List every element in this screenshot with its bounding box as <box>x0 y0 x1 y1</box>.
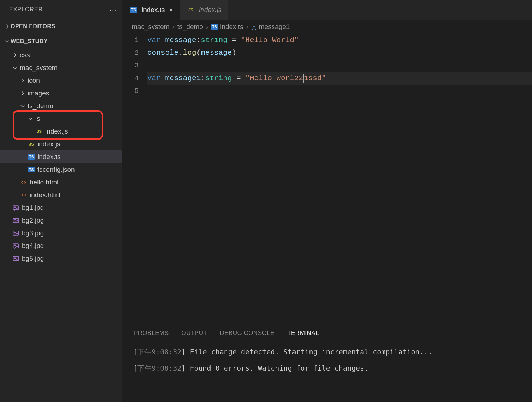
file-bg5.jpg[interactable]: bg5.jpg <box>0 252 122 265</box>
breadcrumb-label: index.ts <box>220 23 243 31</box>
chevron-right-icon <box>19 78 26 83</box>
folder-js[interactable]: js <box>0 112 122 125</box>
line-number: 3 <box>123 59 139 72</box>
tab-index.js[interactable]: JSindex.js <box>180 0 228 20</box>
file-tree: cssmac_systemiconimagests_demojsJSindex.… <box>0 49 122 402</box>
breadcrumb-message1[interactable]: [◇]message1 <box>251 23 290 31</box>
folder-mac_system[interactable]: mac_system <box>0 61 122 74</box>
terminal-output[interactable]: [下午9:08:32] File change detected. Starti… <box>123 344 532 402</box>
tree-item-label: ts_demo <box>28 102 53 110</box>
img-icon <box>11 204 20 211</box>
line-number: 2 <box>123 47 139 59</box>
code-line[interactable]: var message:string = "Hello World" <box>147 34 532 47</box>
open-editors-section[interactable]: OPEN EDITORS <box>0 19 122 34</box>
svg-point-1 <box>14 207 16 208</box>
terminal-message: File change detected. Starting increment… <box>190 348 432 356</box>
img-icon <box>11 217 20 224</box>
breadcrumb-index.ts[interactable]: TSindex.ts <box>211 23 243 31</box>
file-bg1.jpg[interactable]: bg1.jpg <box>0 201 122 214</box>
code-line[interactable]: var message1:string = "Hello Worl221ssd" <box>147 72 532 85</box>
file-hello.html[interactable]: hello.html <box>0 176 122 189</box>
tab-label: index.js <box>199 6 221 14</box>
js-icon: JS <box>27 141 36 147</box>
breadcrumb-mac_system[interactable]: mac_system <box>132 23 170 31</box>
explorer-header: EXPLORER ··· <box>0 0 122 19</box>
terminal-time: 下午9:08:32 <box>137 364 181 372</box>
terminal-time: 下午9:08:32 <box>137 348 181 356</box>
tree-item-label: bg4.jpg <box>22 242 44 250</box>
file-index.js[interactable]: JSindex.js <box>0 125 122 138</box>
chevron-right-icon: › <box>246 23 248 31</box>
ts-icon: TS <box>129 7 138 13</box>
explorer-title: EXPLORER <box>9 6 43 13</box>
folder-ts_demo[interactable]: ts_demo <box>0 100 122 112</box>
folder-icon[interactable]: icon <box>0 74 122 87</box>
folder-css[interactable]: css <box>0 49 122 61</box>
file-index.html[interactable]: index.html <box>0 189 122 201</box>
tree-item-label: bg3.jpg <box>22 229 44 237</box>
chevron-right-icon: › <box>172 23 175 31</box>
chevron-down-icon <box>11 65 18 71</box>
tree-item-label: index.js <box>37 140 60 148</box>
line-number: 1 <box>123 34 139 47</box>
line-number: 4 <box>123 72 139 85</box>
tab-index.ts[interactable]: TSindex.ts× <box>123 0 180 20</box>
line-number: 5 <box>123 85 139 97</box>
file-index.ts[interactable]: TSindex.ts <box>0 150 122 163</box>
chevron-down-icon <box>27 116 34 122</box>
panel-tab-terminal[interactable]: TERMINAL <box>287 330 319 338</box>
explorer-sidebar: EXPLORER ··· OPEN EDITORS WEB_STUDY cssm… <box>0 0 123 402</box>
svg-point-7 <box>14 245 16 246</box>
file-index.js[interactable]: JSindex.js <box>0 138 122 150</box>
file-bg4.jpg[interactable]: bg4.jpg <box>0 240 122 252</box>
panel-tabs: PROBLEMSOUTPUTDEBUG CONSOLETERMINAL <box>123 324 532 344</box>
js-icon: JS <box>186 7 195 13</box>
editor-area: TSindex.ts×JSindex.js mac_system›ts_demo… <box>123 0 532 402</box>
tree-item-label: index.js <box>45 128 68 135</box>
panel-tab-debug-console[interactable]: DEBUG CONSOLE <box>220 330 274 338</box>
tree-item-label: index.html <box>30 191 60 199</box>
chevron-right-icon <box>4 24 11 29</box>
code-content[interactable]: var message:string = "Hello World"consol… <box>147 34 532 324</box>
tree-item-label: js <box>35 115 40 123</box>
tsconf-icon: TS <box>27 167 36 172</box>
svg-point-5 <box>14 232 16 233</box>
panel-tab-problems[interactable]: PROBLEMS <box>134 330 169 338</box>
chevron-down-icon <box>4 39 11 44</box>
breadcrumb-label: message1 <box>259 23 290 31</box>
svg-point-3 <box>14 219 16 220</box>
more-icon[interactable]: ··· <box>109 6 117 14</box>
workspace-section[interactable]: WEB_STUDY <box>0 34 122 49</box>
code-icon <box>19 191 28 199</box>
tree-item-label: bg1.jpg <box>22 204 44 212</box>
code-editor[interactable]: 12345 var message:string = "Hello World"… <box>123 34 532 324</box>
chevron-right-icon <box>19 90 26 96</box>
tree-item-label: bg2.jpg <box>22 217 44 224</box>
ts-icon: TS <box>27 154 36 160</box>
line-gutter: 12345 <box>123 34 147 324</box>
tree-item-label: hello.html <box>30 178 58 186</box>
file-bg3.jpg[interactable]: bg3.jpg <box>0 227 122 240</box>
tree-item-label: mac_system <box>20 64 58 72</box>
tree-item-label: index.ts <box>37 153 60 161</box>
tree-item-label: tsconfig.json <box>37 166 75 173</box>
svg-point-9 <box>14 258 16 259</box>
code-icon <box>19 179 28 186</box>
editor-tabs: TSindex.ts×JSindex.js <box>123 0 532 20</box>
terminal-line: [下午9:08:32] Found 0 errors. Watching for… <box>133 360 532 376</box>
chevron-down-icon <box>19 103 26 109</box>
breadcrumb-ts_demo[interactable]: ts_demo <box>177 23 203 31</box>
file-bg2.jpg[interactable]: bg2.jpg <box>0 214 122 227</box>
close-icon[interactable]: × <box>168 6 173 14</box>
code-line[interactable]: console.log(message) <box>147 47 532 59</box>
tree-item-label: icon <box>28 77 40 84</box>
code-line[interactable] <box>147 85 532 97</box>
code-line[interactable] <box>147 59 532 72</box>
chevron-right-icon: › <box>206 23 208 31</box>
folder-images[interactable]: images <box>0 87 122 100</box>
file-tsconfig.json[interactable]: TStsconfig.json <box>0 163 122 176</box>
img-icon <box>11 242 20 249</box>
breadcrumb-label: ts_demo <box>177 23 203 31</box>
panel-tab-output[interactable]: OUTPUT <box>181 330 207 338</box>
open-editors-label: OPEN EDITORS <box>11 23 55 30</box>
